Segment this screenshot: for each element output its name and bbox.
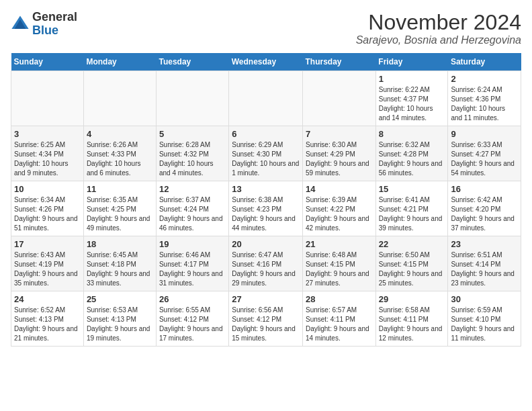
calendar-week-3: 17Sunrise: 6:43 AM Sunset: 4:19 PM Dayli… xyxy=(11,236,521,291)
day-info: Sunrise: 6:37 AM Sunset: 4:24 PM Dayligh… xyxy=(159,195,226,233)
calendar-cell xyxy=(303,71,376,126)
calendar-cell: 5Sunrise: 6:28 AM Sunset: 4:32 PM Daylig… xyxy=(156,126,228,181)
day-number: 8 xyxy=(379,129,445,139)
calendar-cell: 2Sunrise: 6:24 AM Sunset: 4:36 PM Daylig… xyxy=(448,71,521,126)
day-number: 7 xyxy=(306,129,373,139)
day-number: 1 xyxy=(379,74,445,84)
day-info: Sunrise: 6:30 AM Sunset: 4:29 PM Dayligh… xyxy=(306,140,373,178)
calendar-week-4: 24Sunrise: 6:52 AM Sunset: 4:13 PM Dayli… xyxy=(11,291,521,347)
day-info: Sunrise: 6:48 AM Sunset: 4:15 PM Dayligh… xyxy=(306,250,373,288)
day-info: Sunrise: 6:52 AM Sunset: 4:13 PM Dayligh… xyxy=(14,306,81,343)
day-number: 4 xyxy=(87,129,153,139)
calendar-cell xyxy=(229,71,303,126)
month-title: November 2024 xyxy=(356,11,521,34)
calendar-cell: 18Sunrise: 6:45 AM Sunset: 4:18 PM Dayli… xyxy=(83,236,156,291)
logo-icon xyxy=(11,15,30,34)
calendar-cell: 4Sunrise: 6:26 AM Sunset: 4:33 PM Daylig… xyxy=(83,126,156,181)
day-number: 27 xyxy=(232,294,300,304)
day-number: 21 xyxy=(306,239,373,249)
day-number: 2 xyxy=(451,74,518,84)
calendar-cell: 7Sunrise: 6:30 AM Sunset: 4:29 PM Daylig… xyxy=(303,126,376,181)
calendar-cell: 8Sunrise: 6:32 AM Sunset: 4:28 PM Daylig… xyxy=(375,126,448,181)
calendar-cell: 6Sunrise: 6:29 AM Sunset: 4:30 PM Daylig… xyxy=(229,126,303,181)
day-info: Sunrise: 6:33 AM Sunset: 4:27 PM Dayligh… xyxy=(451,140,518,178)
day-number: 3 xyxy=(14,129,81,139)
calendar-cell: 30Sunrise: 6:59 AM Sunset: 4:10 PM Dayli… xyxy=(448,291,521,347)
logo: General Blue xyxy=(11,11,77,38)
day-info: Sunrise: 6:39 AM Sunset: 4:22 PM Dayligh… xyxy=(306,195,373,233)
day-number: 12 xyxy=(159,184,226,194)
day-number: 11 xyxy=(87,184,153,194)
day-number: 15 xyxy=(379,184,445,194)
day-header-tuesday: Tuesday xyxy=(156,53,228,71)
calendar-cell: 13Sunrise: 6:38 AM Sunset: 4:23 PM Dayli… xyxy=(229,181,303,236)
calendar-cell: 17Sunrise: 6:43 AM Sunset: 4:19 PM Dayli… xyxy=(11,236,84,291)
day-info: Sunrise: 6:55 AM Sunset: 4:12 PM Dayligh… xyxy=(159,306,226,343)
day-info: Sunrise: 6:56 AM Sunset: 4:12 PM Dayligh… xyxy=(232,306,300,343)
calendar-cell: 23Sunrise: 6:51 AM Sunset: 4:14 PM Dayli… xyxy=(448,236,521,291)
day-info: Sunrise: 6:25 AM Sunset: 4:34 PM Dayligh… xyxy=(14,140,81,178)
day-info: Sunrise: 6:32 AM Sunset: 4:28 PM Dayligh… xyxy=(379,140,445,178)
day-info: Sunrise: 6:35 AM Sunset: 4:25 PM Dayligh… xyxy=(87,195,153,233)
day-info: Sunrise: 6:29 AM Sunset: 4:30 PM Dayligh… xyxy=(232,140,300,178)
day-header-thursday: Thursday xyxy=(303,53,376,71)
day-number: 13 xyxy=(232,184,300,194)
calendar-table: SundayMondayTuesdayWednesdayThursdayFrid… xyxy=(11,53,521,347)
calendar-cell xyxy=(156,71,228,126)
day-info: Sunrise: 6:43 AM Sunset: 4:19 PM Dayligh… xyxy=(14,250,81,288)
calendar-cell xyxy=(11,71,84,126)
day-number: 26 xyxy=(159,294,226,304)
calendar-cell: 9Sunrise: 6:33 AM Sunset: 4:27 PM Daylig… xyxy=(448,126,521,181)
calendar-cell: 26Sunrise: 6:55 AM Sunset: 4:12 PM Dayli… xyxy=(156,291,228,347)
day-number: 29 xyxy=(379,294,445,304)
day-number: 23 xyxy=(451,239,518,249)
day-info: Sunrise: 6:28 AM Sunset: 4:32 PM Dayligh… xyxy=(159,140,226,178)
day-info: Sunrise: 6:24 AM Sunset: 4:36 PM Dayligh… xyxy=(451,85,518,123)
day-info: Sunrise: 6:26 AM Sunset: 4:33 PM Dayligh… xyxy=(87,140,153,178)
calendar-cell: 19Sunrise: 6:46 AM Sunset: 4:17 PM Dayli… xyxy=(156,236,228,291)
day-info: Sunrise: 6:46 AM Sunset: 4:17 PM Dayligh… xyxy=(159,250,226,288)
day-info: Sunrise: 6:58 AM Sunset: 4:11 PM Dayligh… xyxy=(379,306,445,343)
day-header-monday: Monday xyxy=(83,53,156,71)
day-info: Sunrise: 6:38 AM Sunset: 4:23 PM Dayligh… xyxy=(232,195,300,233)
header: General Blue November 2024 Sarajevo, Bos… xyxy=(11,11,521,46)
day-number: 9 xyxy=(451,129,518,139)
calendar-week-1: 3Sunrise: 6:25 AM Sunset: 4:34 PM Daylig… xyxy=(11,126,521,181)
day-number: 6 xyxy=(232,129,300,139)
calendar-cell: 15Sunrise: 6:41 AM Sunset: 4:21 PM Dayli… xyxy=(375,181,448,236)
day-number: 17 xyxy=(14,239,81,249)
calendar-cell: 16Sunrise: 6:42 AM Sunset: 4:20 PM Dayli… xyxy=(448,181,521,236)
day-number: 22 xyxy=(379,239,445,249)
day-number: 10 xyxy=(14,184,81,194)
day-info: Sunrise: 6:34 AM Sunset: 4:26 PM Dayligh… xyxy=(14,195,81,233)
day-header-friday: Friday xyxy=(375,53,448,71)
calendar-cell: 12Sunrise: 6:37 AM Sunset: 4:24 PM Dayli… xyxy=(156,181,228,236)
day-info: Sunrise: 6:41 AM Sunset: 4:21 PM Dayligh… xyxy=(379,195,445,233)
calendar-cell: 27Sunrise: 6:56 AM Sunset: 4:12 PM Dayli… xyxy=(229,291,303,347)
day-header-sunday: Sunday xyxy=(11,53,84,71)
calendar-cell: 3Sunrise: 6:25 AM Sunset: 4:34 PM Daylig… xyxy=(11,126,84,181)
day-info: Sunrise: 6:47 AM Sunset: 4:16 PM Dayligh… xyxy=(232,250,300,288)
calendar-cell: 24Sunrise: 6:52 AM Sunset: 4:13 PM Dayli… xyxy=(11,291,84,347)
day-info: Sunrise: 6:45 AM Sunset: 4:18 PM Dayligh… xyxy=(87,250,153,288)
calendar-cell: 25Sunrise: 6:53 AM Sunset: 4:13 PM Dayli… xyxy=(83,291,156,347)
day-info: Sunrise: 6:22 AM Sunset: 4:37 PM Dayligh… xyxy=(379,85,445,123)
day-info: Sunrise: 6:51 AM Sunset: 4:14 PM Dayligh… xyxy=(451,250,518,288)
calendar-cell: 11Sunrise: 6:35 AM Sunset: 4:25 PM Dayli… xyxy=(83,181,156,236)
logo-blue-text: Blue xyxy=(32,24,77,38)
day-number: 25 xyxy=(87,294,153,304)
calendar-cell: 1Sunrise: 6:22 AM Sunset: 4:37 PM Daylig… xyxy=(375,71,448,126)
day-info: Sunrise: 6:53 AM Sunset: 4:13 PM Dayligh… xyxy=(87,306,153,343)
calendar-cell: 10Sunrise: 6:34 AM Sunset: 4:26 PM Dayli… xyxy=(11,181,84,236)
day-header-wednesday: Wednesday xyxy=(229,53,303,71)
calendar-cell: 29Sunrise: 6:58 AM Sunset: 4:11 PM Dayli… xyxy=(375,291,448,347)
day-info: Sunrise: 6:57 AM Sunset: 4:11 PM Dayligh… xyxy=(306,306,373,343)
calendar-cell: 28Sunrise: 6:57 AM Sunset: 4:11 PM Dayli… xyxy=(303,291,376,347)
day-header-saturday: Saturday xyxy=(448,53,521,71)
day-info: Sunrise: 6:42 AM Sunset: 4:20 PM Dayligh… xyxy=(451,195,518,233)
logo-general-text: General xyxy=(32,11,77,24)
calendar-cell: 14Sunrise: 6:39 AM Sunset: 4:22 PM Dayli… xyxy=(303,181,376,236)
day-number: 18 xyxy=(87,239,153,249)
title-area: November 2024 Sarajevo, Bosnia and Herze… xyxy=(356,11,521,46)
day-info: Sunrise: 6:50 AM Sunset: 4:15 PM Dayligh… xyxy=(379,250,445,288)
